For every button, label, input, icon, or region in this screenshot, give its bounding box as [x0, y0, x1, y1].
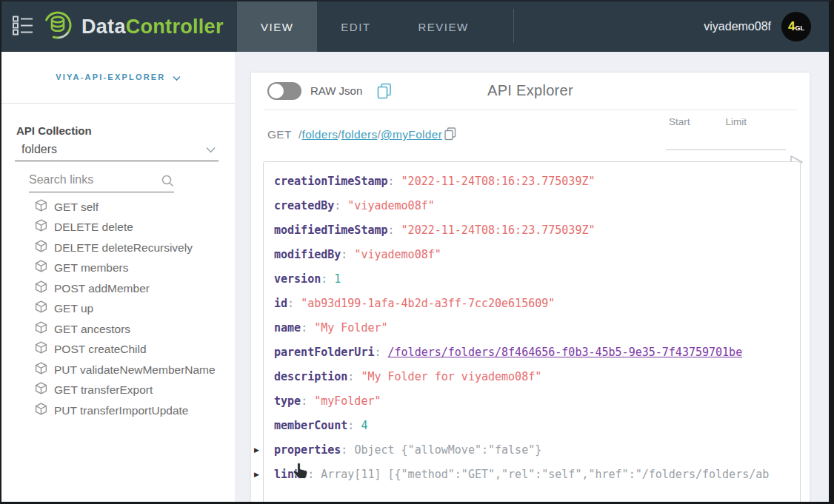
json-key: modifiedBy: [274, 248, 341, 261]
sidebar: VIYA-API-EXPLORER API Collection folders: [1, 52, 235, 502]
api-collection-select[interactable]: folders: [15, 141, 218, 161]
path-link-folders-2[interactable]: folders: [341, 128, 378, 141]
nav-tabs: VIEW EDIT REVIEW: [237, 1, 493, 52]
json-row: createdBy: "viyademo08f": [264, 194, 800, 218]
api-link-item[interactable]: PUT validateNewMemberName: [1, 360, 235, 380]
expand-toggle-icon[interactable]: ▶: [254, 446, 261, 454]
request-row: GET /folders/folders/@myFolder Start Lim…: [251, 110, 810, 161]
chevron-down-icon: [170, 73, 181, 81]
start-input[interactable]: [666, 130, 724, 149]
api-link-label: GET members: [54, 261, 129, 275]
app-selector-dropdown[interactable]: VIYA-API-EXPLORER: [1, 73, 235, 81]
json-key: properties: [274, 443, 341, 457]
api-link-label: GET self: [54, 201, 99, 214]
tab-review[interactable]: REVIEW: [395, 1, 493, 52]
card-header: RAW Json API Explorer: [251, 73, 810, 110]
limit-label: Limit: [726, 116, 747, 127]
json-key: name: [274, 321, 301, 335]
cube-icon: [35, 300, 47, 317]
json-key: description: [274, 370, 347, 383]
user-zone: viyademo08f 4GL: [704, 1, 829, 52]
api-link-label: GET ancestors: [54, 323, 130, 336]
api-link-label: PUT transferImportUpdate: [54, 404, 188, 417]
datacontroller-logo-icon: [41, 9, 74, 44]
copy-url-icon[interactable]: [444, 130, 456, 143]
json-value: "viyademo08f": [354, 248, 441, 261]
user-badge-4gl[interactable]: 4GL: [781, 12, 811, 41]
json-key: links: [274, 468, 307, 481]
sidebar-divider: [1, 103, 235, 104]
cube-icon: [35, 240, 47, 256]
search-links-field: [29, 170, 174, 192]
search-links-input[interactable]: [29, 170, 155, 187]
cube-icon: [35, 341, 47, 357]
top-header: DataController VIEW EDIT REVIEW viyademo…: [1, 1, 829, 52]
cube-icon: [35, 362, 47, 378]
api-link-label: GET transferExport: [54, 383, 153, 397]
json-row: type: "myFolder": [264, 389, 800, 414]
api-link-item[interactable]: GET ancestors: [1, 319, 235, 340]
json-response-box: creationTimeStamp: "2022-11-24T08:16:23.…: [263, 161, 801, 504]
brand-title: DataController: [81, 16, 224, 38]
api-link-label: GET up: [54, 302, 93, 315]
json-row: version: 1: [264, 267, 800, 292]
json-key: version: [274, 272, 321, 286]
json-value: 4: [361, 419, 367, 432]
expand-toggle-icon[interactable]: ▶: [254, 471, 261, 478]
json-value[interactable]: /folders/folders/8f464656-f0b3-45b5-9e35…: [388, 346, 743, 359]
json-row: creationTimeStamp: "2022-11-24T08:16:23.…: [264, 169, 800, 194]
json-row: properties: Object {"allowMove":"false"}: [264, 438, 800, 463]
api-link-item[interactable]: GET transferExport: [1, 380, 235, 401]
json-value: Array[11] [{"method":"GET","rel":"self",…: [321, 468, 769, 481]
json-key: type: [274, 394, 301, 408]
page-title: API Explorer: [251, 82, 810, 99]
json-row: modifiedBy: "viyademo08f": [264, 243, 800, 267]
path-link-folders-1[interactable]: folders: [302, 128, 338, 141]
api-link-label: DELETE delete: [54, 221, 133, 234]
cube-icon: [35, 280, 47, 297]
api-link-item[interactable]: DELETE deleteRecursively: [1, 238, 235, 258]
json-key: id: [274, 297, 287, 310]
api-link-item[interactable]: POST createChild: [1, 340, 235, 360]
json-key: creationTimeStamp: [274, 175, 388, 188]
api-link-label: POST createChild: [54, 343, 147, 356]
api-link-item[interactable]: DELETE delete: [1, 218, 235, 238]
json-key: modifiedTimeStamp: [274, 224, 388, 237]
api-explorer-card: RAW Json API Explorer GET /folders/folde…: [250, 72, 810, 504]
api-link-item[interactable]: GET members: [1, 258, 235, 279]
json-row: memberCount: 4: [264, 414, 800, 438]
tab-edit[interactable]: EDIT: [317, 1, 394, 52]
limit-input[interactable]: [724, 130, 781, 149]
json-value: Object {"allowMove":"false"}: [354, 443, 541, 457]
json-value: "viyademo08f": [347, 199, 434, 212]
app-selector-label: VIYA-API-EXPLORER: [56, 73, 165, 81]
json-row: id: "ab93d199-1afa-4b2d-a3ff-7cc20e61560…: [264, 292, 800, 316]
json-value: 1: [334, 272, 341, 286]
json-row: name: "My Folder": [264, 316, 800, 340]
json-value: "myFolder": [314, 394, 381, 408]
api-link-label: POST addMember: [54, 282, 150, 295]
json-row: links: Array[11] [{"method":"GET","rel":…: [264, 463, 800, 487]
json-row: parentFolderUri: /folders/folders/8f4646…: [264, 340, 800, 365]
api-link-item[interactable]: POST addMember: [1, 278, 235, 299]
api-link-item[interactable]: GET self: [1, 197, 235, 218]
api-links-list: GET self DELETE delete DELETE deleteRecu…: [1, 197, 235, 421]
app-window: DataController VIEW EDIT REVIEW viyademo…: [0, 0, 834, 504]
request-url: GET /folders/folders/@myFolder: [267, 127, 456, 144]
tree-menu-icon[interactable]: [12, 15, 34, 38]
api-link-item[interactable]: GET up: [1, 299, 235, 320]
tab-view[interactable]: VIEW: [237, 1, 317, 52]
cube-icon: [35, 321, 47, 337]
api-link-label: DELETE deleteRecursively: [54, 241, 193, 255]
json-value: "ab93d199-1afa-4b2d-a3ff-7cc20e615609": [301, 297, 555, 310]
cube-icon: [35, 219, 47, 235]
pagination-params: Start Limit: [666, 116, 786, 150]
json-value: "My Folder for viyademo08f": [361, 370, 541, 383]
brand-zone: DataController: [1, 1, 237, 52]
json-key: createdBy: [274, 199, 334, 212]
path-link-myfolder[interactable]: @myFolder: [381, 128, 442, 141]
json-value: "2022-11-24T08:16:23.775039Z": [401, 224, 596, 237]
header-divider: [513, 9, 514, 43]
json-value: "My Folder": [314, 321, 387, 335]
api-link-item[interactable]: PUT transferImportUpdate: [1, 400, 235, 421]
